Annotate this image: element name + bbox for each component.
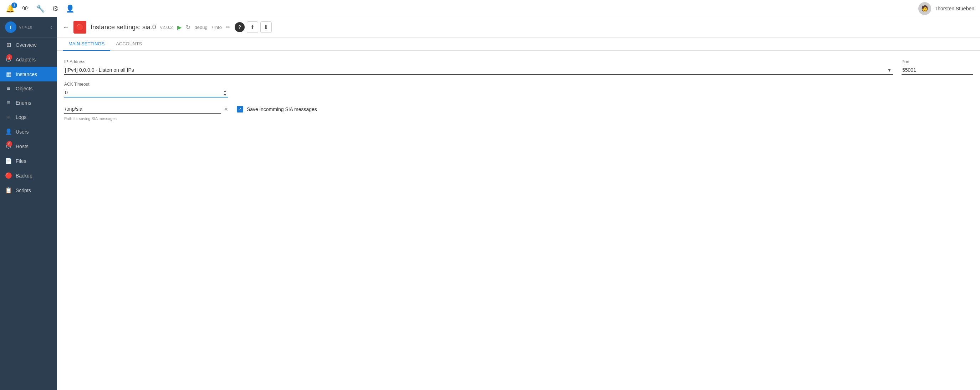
ip-select[interactable]: [IPv4] 0.0.0.0 - Listen on all IPs: [64, 66, 893, 75]
refresh-button[interactable]: ↻: [186, 24, 191, 31]
debug-label: debug: [195, 25, 208, 30]
sidebar-item-users[interactable]: 👤 Users: [0, 124, 57, 139]
sidebar-collapse-icon[interactable]: ‹: [50, 24, 52, 30]
settings-content: IP-Address [IPv4] 0.0.0.0 - Listen on al…: [57, 51, 980, 390]
path-row: ✕: [64, 105, 228, 113]
sidebar: i v7.4.10 ‹ ⊞ Overview ⬡ Adapters 2 ▦ In…: [0, 17, 57, 390]
instance-icon: 🔴: [73, 21, 86, 34]
checkbox-label: Save incomming SIA messages: [247, 106, 317, 112]
sidebar-label-enums: Enums: [16, 100, 31, 106]
sidebar-label-hosts: Hosts: [16, 144, 29, 149]
help-button[interactable]: ?: [235, 22, 245, 32]
sidebar-item-adapters[interactable]: ⬡ Adapters 2: [0, 52, 57, 67]
form-group-checkbox: ✓ Save incomming SIA messages: [237, 105, 317, 112]
eye-icon[interactable]: 👁: [22, 4, 29, 13]
spinner-arrows: ▲ ▼: [223, 89, 227, 97]
topbar: 🔔 1 👁 🔧 ⚙ 👤 🧑 Thorsten Stueben: [0, 0, 980, 17]
sidebar-logo: i v7.4.10 ‹: [0, 17, 57, 37]
checkmark-icon: ✓: [238, 107, 242, 112]
sidebar-item-logs[interactable]: ≡ Logs: [0, 110, 57, 124]
overview-icon: ⊞: [5, 42, 12, 48]
sidebar-item-hosts[interactable]: ⬡ Hosts 6: [0, 139, 57, 153]
port-label: Port: [902, 59, 973, 64]
notification-badge: 1: [11, 3, 17, 8]
sidebar-label-adapters: Adapters: [16, 57, 36, 62]
objects-icon: ≡: [5, 85, 12, 92]
form-group-port: Port: [902, 59, 973, 75]
sidebar-label-logs: Logs: [16, 114, 26, 120]
sidebar-item-overview[interactable]: ⊞ Overview: [0, 37, 57, 52]
sidebar-label-objects: Objects: [16, 86, 32, 91]
user-name: Thorsten Stueben: [935, 6, 974, 11]
spinner-down[interactable]: ▼: [223, 93, 227, 97]
sidebar-label-instances: Instances: [16, 72, 37, 77]
scripts-icon: 📋: [5, 187, 12, 193]
logo-icon: i: [5, 21, 16, 33]
enums-icon: ≡: [5, 100, 12, 106]
instances-icon: ▦: [5, 71, 12, 77]
instance-header: ← 🔴 Instance settings: sia.0 v2.0.2 ▶ ↻ …: [57, 17, 980, 37]
avatar: 🧑: [918, 2, 931, 15]
logs-icon: ≡: [5, 114, 12, 120]
sidebar-label-users: Users: [16, 129, 29, 135]
port-input[interactable]: [902, 66, 973, 75]
play-button[interactable]: ▶: [177, 24, 181, 31]
instance-title: Instance settings: sia.0: [91, 24, 156, 31]
app-version: v7.4.10: [19, 25, 32, 29]
sidebar-item-files[interactable]: 📄 Files: [0, 153, 57, 168]
path-hint: Path for saving SIA messages: [64, 117, 228, 121]
checkbox-row: ✓ Save incomming SIA messages: [237, 106, 317, 112]
sidebar-item-instances[interactable]: ▦ Instances: [0, 67, 57, 82]
instance-version: v2.0.2: [160, 25, 173, 30]
backup-icon: 🔴: [5, 172, 12, 179]
sidebar-label-files: Files: [16, 158, 26, 164]
hosts-badge: 6: [6, 141, 12, 147]
sidebar-label-backup: Backup: [16, 173, 32, 179]
upload-button[interactable]: ⬆: [247, 21, 258, 33]
main-layout: i v7.4.10 ‹ ⊞ Overview ⬡ Adapters 2 ▦ In…: [0, 17, 980, 390]
user-circle-icon[interactable]: 👤: [65, 4, 75, 13]
ack-label: ACK Timeout: [64, 82, 228, 87]
form-group-ack: ACK Timeout ▲ ▼: [64, 82, 228, 98]
download-button[interactable]: ⬇: [260, 21, 272, 33]
sidebar-label-scripts: Scripts: [16, 187, 31, 193]
ip-label: IP-Address: [64, 59, 893, 64]
topbar-right: 🧑 Thorsten Stueben: [918, 2, 974, 15]
ip-select-wrapper: [IPv4] 0.0.0.0 - Listen on all IPs ▼: [64, 66, 893, 75]
back-button[interactable]: ←: [63, 24, 69, 31]
ack-spinner: ▲ ▼: [64, 88, 228, 98]
files-icon: 📄: [5, 158, 12, 164]
form-group-ip: IP-Address [IPv4] 0.0.0.0 - Listen on al…: [64, 59, 893, 75]
topbar-left: 🔔 1 👁 🔧 ⚙ 👤: [6, 4, 75, 13]
path-input[interactable]: [64, 105, 221, 113]
tab-accounts[interactable]: ACCOUNTS: [110, 37, 148, 51]
save-messages-checkbox[interactable]: ✓: [237, 106, 243, 112]
tab-main-settings[interactable]: MAIN SETTINGS: [63, 37, 110, 51]
ack-input[interactable]: [64, 88, 228, 98]
form-row-ip-port: IP-Address [IPv4] 0.0.0.0 - Listen on al…: [64, 59, 973, 75]
header-actions: ? ⬆ ⬇: [235, 21, 272, 33]
sidebar-item-objects[interactable]: ≡ Objects: [0, 82, 57, 96]
wrench-icon[interactable]: 🔧: [36, 4, 45, 13]
form-group-path: ✕ Path for saving SIA messages: [64, 105, 228, 121]
tabs: MAIN SETTINGS ACCOUNTS: [57, 37, 980, 51]
sidebar-item-backup[interactable]: 🔴 Backup: [0, 168, 57, 183]
form-row-ack: ACK Timeout ▲ ▼: [64, 82, 973, 98]
settings-icon[interactable]: ⚙: [52, 4, 59, 13]
spinner-up[interactable]: ▲: [223, 89, 227, 93]
adapters-badge: 2: [6, 54, 12, 60]
notification-icon[interactable]: 🔔 1: [6, 4, 14, 13]
content-area: ← 🔴 Instance settings: sia.0 v2.0.2 ▶ ↻ …: [57, 17, 980, 390]
sidebar-item-enums[interactable]: ≡ Enums: [0, 96, 57, 110]
edit-button[interactable]: ✏: [226, 24, 231, 30]
form-row-path-checkbox: ✕ Path for saving SIA messages ✓ Save in…: [64, 105, 973, 121]
users-icon: 👤: [5, 128, 12, 135]
sidebar-item-scripts[interactable]: 📋 Scripts: [0, 183, 57, 198]
sidebar-label-overview: Overview: [16, 42, 37, 48]
clear-path-button[interactable]: ✕: [224, 106, 228, 112]
info-label: / info: [212, 25, 222, 30]
